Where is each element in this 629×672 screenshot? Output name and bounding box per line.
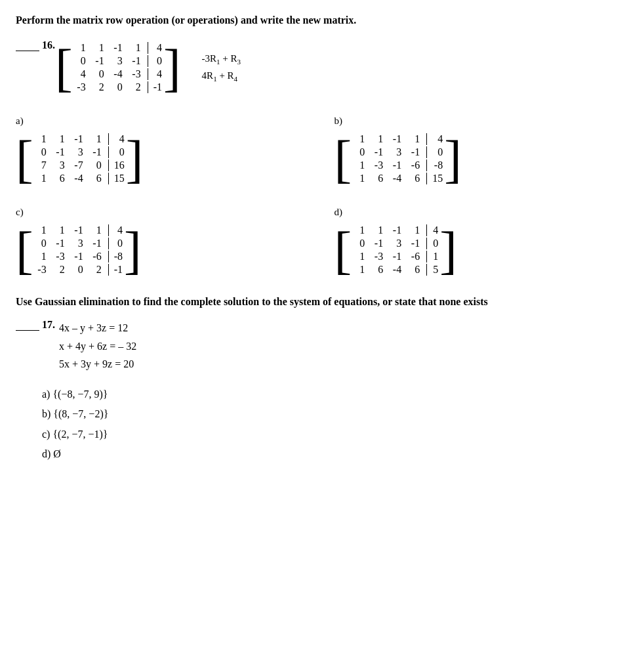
bracket-left-c: [ bbox=[16, 224, 33, 276]
c-r3c3: -1 bbox=[71, 251, 83, 262]
d-r3c3: -1 bbox=[390, 251, 401, 262]
answer-d: d) [ 1 1 -1 1 4 0 -1 3 -1 0 1 -3 -1 bbox=[335, 207, 614, 278]
cell-r3c2: 0 bbox=[92, 68, 104, 80]
bracket-right: ] bbox=[163, 41, 181, 94]
answer-blank bbox=[16, 51, 39, 51]
cell-r2c1: 0 bbox=[74, 55, 86, 67]
d-r3c1: 1 bbox=[353, 251, 365, 262]
answer-a-label: a) bbox=[16, 116, 24, 127]
matrix-a: [ 1 1 -1 1 4 0 -1 3 -1 0 7 3 -7 0 16 bbox=[16, 131, 143, 187]
answer-c: c) [ 1 1 -1 1 4 0 -1 3 -1 0 1 -3 -1 bbox=[16, 207, 295, 278]
bracket-left-d: [ bbox=[335, 224, 352, 276]
answer-d-label: d) bbox=[335, 207, 343, 218]
cell-r1c1: 1 bbox=[74, 42, 86, 54]
b-r3c1: 1 bbox=[353, 159, 365, 171]
original-matrix: [ 1 1 -1 1 4 0 -1 3 -1 0 4 0 bbox=[55, 39, 181, 96]
matrix-d-grid: 1 1 -1 1 4 0 -1 3 -1 0 1 -3 -1 -6 1 1 6 bbox=[352, 222, 439, 278]
b-r2c2: -1 bbox=[371, 146, 383, 158]
c-r3c5: -8 bbox=[108, 251, 123, 262]
op1: -3R1 + R3 bbox=[202, 51, 241, 68]
q17-choice-c: c) {(2, −7, −1)} bbox=[42, 425, 613, 444]
answer-c-label: c) bbox=[16, 207, 24, 218]
cell-r4c3: 0 bbox=[111, 81, 123, 93]
q17-eq2: x + 4y + 6z = – 32 bbox=[59, 337, 136, 355]
d-r2c5: 0 bbox=[426, 238, 438, 249]
cell-r1c4: 1 bbox=[129, 42, 141, 54]
answer-a: a) [ 1 1 -1 1 4 0 -1 3 -1 0 7 3 -7 0 bbox=[16, 116, 295, 187]
q17-label: 17. bbox=[42, 319, 55, 331]
d-r1c4: 1 bbox=[408, 224, 420, 236]
c-r1c3: -1 bbox=[71, 224, 83, 236]
bracket-right-c: ] bbox=[124, 224, 142, 276]
c-r3c1: 1 bbox=[35, 251, 47, 262]
d-r3c5: 1 bbox=[426, 251, 438, 262]
q17-eq3: 5x + 3y + 9z = 20 bbox=[59, 355, 136, 373]
b-r1c5: 4 bbox=[426, 133, 443, 145]
b-r4c3: -4 bbox=[390, 173, 401, 184]
c-r3c4: -6 bbox=[90, 251, 102, 262]
cell-r2c4: -1 bbox=[129, 55, 141, 67]
b-r1c4: 1 bbox=[408, 133, 420, 145]
q16-number: 16. bbox=[16, 39, 55, 54]
a-r1c5: 4 bbox=[108, 133, 125, 145]
answer-b-label: b) bbox=[335, 116, 343, 127]
d-r4c4: 6 bbox=[408, 264, 420, 276]
d-r1c3: -1 bbox=[390, 224, 401, 236]
q17-choice-a: a) {(−8, −7, 9)} bbox=[42, 385, 613, 404]
b-r3c2: -3 bbox=[371, 159, 383, 171]
cell-r4c2: 2 bbox=[92, 81, 104, 93]
b-r1c1: 1 bbox=[353, 133, 365, 145]
d-r3c4: -6 bbox=[408, 251, 420, 262]
d-r4c3: -4 bbox=[390, 264, 401, 276]
c-r2c2: -1 bbox=[53, 238, 65, 249]
b-r4c5: 15 bbox=[426, 173, 443, 184]
q16-label: 16. bbox=[42, 39, 55, 51]
d-r4c1: 1 bbox=[353, 264, 365, 276]
cell-r3c4: -3 bbox=[129, 68, 141, 80]
matrix-c: [ 1 1 -1 1 4 0 -1 3 -1 0 1 -3 -1 -6 -8 bbox=[16, 222, 142, 278]
d-r1c2: 1 bbox=[371, 224, 383, 236]
c-r1c2: 1 bbox=[53, 224, 65, 236]
c-r2c3: 3 bbox=[71, 238, 83, 249]
q16-original-matrix-area: [ 1 1 -1 1 4 0 -1 3 -1 0 4 0 bbox=[55, 39, 241, 96]
cell-r1c2: 1 bbox=[92, 42, 104, 54]
q17-choice-d: d) Ø bbox=[42, 444, 613, 464]
c-r4c2: 2 bbox=[53, 264, 65, 276]
a-r1c2: 1 bbox=[53, 133, 65, 145]
a-r4c2: 6 bbox=[53, 173, 65, 184]
q17-number-area: 17. bbox=[16, 319, 55, 333]
matrix-grid: 1 1 -1 1 4 0 -1 3 -1 0 4 0 -4 -3 4 bbox=[73, 39, 163, 96]
a-r1c3: -1 bbox=[71, 133, 83, 145]
d-r1c5: 4 bbox=[426, 224, 438, 236]
a-r3c2: 3 bbox=[53, 159, 65, 171]
cell-r4c4: 2 bbox=[129, 81, 141, 93]
cell-r2c3: 3 bbox=[111, 55, 123, 67]
a-r4c3: -4 bbox=[71, 173, 83, 184]
d-r2c1: 0 bbox=[353, 238, 365, 249]
q16-header: Perform the matrix row operation (or ope… bbox=[16, 13, 613, 28]
a-r2c2: -1 bbox=[53, 146, 65, 158]
d-r4c2: 6 bbox=[371, 264, 383, 276]
bracket-left: [ bbox=[55, 41, 73, 94]
b-r2c1: 0 bbox=[353, 146, 365, 158]
matrix-d: [ 1 1 -1 1 4 0 -1 3 -1 0 1 -3 -1 -6 1 bbox=[335, 222, 457, 278]
c-r4c5: -1 bbox=[108, 264, 123, 276]
a-r3c1: 7 bbox=[35, 159, 47, 171]
q17-section: Use Gaussian elimination to find the com… bbox=[16, 294, 613, 464]
b-r3c5: -8 bbox=[426, 159, 443, 171]
a-r2c5: 0 bbox=[108, 146, 125, 158]
c-r3c2: -3 bbox=[53, 251, 65, 262]
bracket-right-a: ] bbox=[126, 133, 144, 185]
b-r3c4: -6 bbox=[408, 159, 420, 171]
d-r3c2: -3 bbox=[371, 251, 383, 262]
answer-b: b) [ 1 1 -1 1 4 0 -1 3 -1 0 1 -3 -1 bbox=[335, 116, 614, 187]
matrix-c-grid: 1 1 -1 1 4 0 -1 3 -1 0 1 -3 -1 -6 -8 -3 bbox=[33, 222, 124, 278]
matrix-b-grid: 1 1 -1 1 4 0 -1 3 -1 0 1 -3 -1 -6 -8 1 6 bbox=[352, 131, 444, 187]
d-r4c5: 5 bbox=[426, 264, 438, 276]
a-r4c4: 6 bbox=[90, 173, 102, 184]
bracket-left-b: [ bbox=[335, 133, 352, 185]
a-r2c4: -1 bbox=[90, 146, 102, 158]
matrix-b: [ 1 1 -1 1 4 0 -1 3 -1 0 1 -3 -1 -6 -8 bbox=[335, 131, 462, 187]
matrix-a-grid: 1 1 -1 1 4 0 -1 3 -1 0 7 3 -7 0 16 1 6 bbox=[33, 131, 126, 187]
cell-r4c1: -3 bbox=[74, 81, 86, 93]
